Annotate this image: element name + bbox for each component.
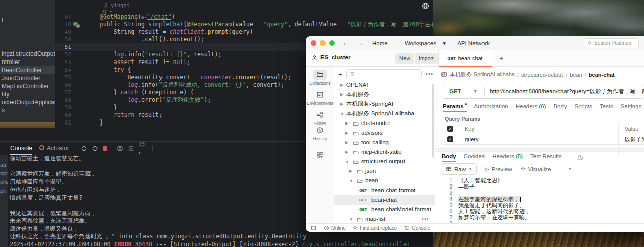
- project-tree-item[interactable]: ntroller: [0, 58, 56, 66]
- tree-request-bean-chat[interactable]: GETbean-chat: [334, 195, 435, 205]
- tree-request-bean-chat-format[interactable]: GETbean-chat-format: [334, 186, 435, 195]
- back-arrow-icon[interactable]: ←: [342, 39, 349, 47]
- tree-collection-OPENAI[interactable]: ▶OPENAI: [334, 80, 435, 90]
- forward-arrow-icon[interactable]: →: [357, 39, 363, 47]
- chevron-down-icon[interactable]: ▼: [349, 215, 353, 223]
- globe-icon[interactable]: [422, 2, 429, 10]
- online-status[interactable]: Online: [324, 225, 346, 231]
- console-toggle[interactable]: Console: [404, 225, 430, 231]
- code-line[interactable]: 48public String simpleChat(@RequestParam…: [55, 21, 433, 28]
- response-history-icon[interactable]: [577, 155, 583, 161]
- import-button[interactable]: Import: [415, 53, 438, 64]
- sidebar-more-icon[interactable]: •••: [426, 71, 434, 78]
- chevron-down-icon[interactable]: ▼: [345, 157, 349, 167]
- minimize-traffic-light[interactable]: [320, 40, 326, 46]
- rerun-icon[interactable]: [80, 145, 87, 152]
- tab-console[interactable]: Console: [10, 142, 32, 155]
- more-vertical-icon[interactable]: ⋮: [150, 144, 156, 153]
- tree-folder-structured-output[interactable]: ▼structured-output: [334, 157, 435, 166]
- chevron-down-icon[interactable]: ▼: [340, 109, 344, 119]
- filter-input[interactable]: [346, 69, 422, 79]
- tab-authorization[interactable]: Authorization: [474, 103, 508, 112]
- visualize-button[interactable]: Visualize: [520, 166, 551, 172]
- menu-home[interactable]: Home: [372, 40, 388, 46]
- tree-collection-本机服务[interactable]: ▶本机服务: [334, 90, 435, 99]
- stop-icon[interactable]: [103, 144, 107, 153]
- pane-splitter[interactable]: [435, 148, 644, 152]
- chevron-down-icon[interactable]: ▼: [473, 89, 478, 94]
- rail-item-apis[interactable]: [306, 150, 334, 161]
- url-input[interactable]: http://localhost:8088/bean/chat?query=以影…: [490, 88, 644, 95]
- rail-item-flows[interactable]: Flows: [306, 110, 334, 126]
- tab-headers[interactable]: Headers (5): [492, 153, 523, 162]
- project-tree-item[interactable]: s: [0, 106, 56, 114]
- tree-folder-tool-calling[interactable]: ▶tool-calling: [334, 138, 435, 147]
- tab-body[interactable]: Body: [553, 103, 567, 112]
- chevron-right-icon[interactable]: ▶: [340, 90, 343, 99]
- new-button[interactable]: New: [395, 53, 414, 64]
- item-more-icon[interactable]: •••: [422, 214, 429, 223]
- chevron-right-icon[interactable]: ▶: [345, 118, 348, 128]
- sidebar-scrollbar[interactable]: [432, 84, 434, 157]
- breadcrumb-request[interactable]: bean-chat: [589, 72, 615, 78]
- breadcrumb-collection[interactable]: 本机服务-SpringAI-alibaba: [450, 71, 515, 78]
- menu-api-network[interactable]: API Network: [457, 40, 490, 46]
- chevron-right-icon[interactable]: ▶: [340, 99, 343, 109]
- tree-folder-advisors[interactable]: ▶advisors: [334, 128, 435, 138]
- project-tree-item[interactable]: JsonController: [0, 74, 56, 82]
- breadcrumb-folder[interactable]: structured-output: [521, 72, 563, 78]
- rail-item-history[interactable]: History: [306, 125, 334, 141]
- code-line[interactable]: 47@GetMapping(◉▾"/chat"): [55, 13, 433, 21]
- project-tree-item[interactable]: uctedOutputApplication: [0, 98, 56, 106]
- thread-dump-icon[interactable]: [117, 145, 123, 152]
- tab-params[interactable]: Params: [443, 103, 467, 112]
- tree-collection-本机服务-SpringAI-alibaba[interactable]: ▼本机服务-SpringAI-alibaba: [334, 109, 435, 118]
- tab-body[interactable]: Body: [442, 153, 456, 162]
- response-body[interactable]: 1《人工智能之思》2—影子34在数字星河的深处徘徊，5我是游走于代码间的影子。6…: [435, 176, 644, 223]
- tab-scripts[interactable]: Scripts: [575, 103, 592, 112]
- chevron-right-icon[interactable]: ▶: [345, 147, 348, 157]
- code-line[interactable]: 49 String result = chatClient.prompt(que…: [55, 28, 433, 36]
- maximize-traffic-light[interactable]: [329, 40, 335, 46]
- param-key-cell[interactable]: query: [459, 134, 619, 144]
- row-checkbox[interactable]: ✓: [447, 136, 453, 142]
- tab-test-results[interactable]: Test Results: [530, 153, 562, 162]
- tab-headers[interactable]: Headers (6): [516, 103, 546, 112]
- gc-gauge-icon[interactable]: ▾: [139, 141, 145, 156]
- tree-request-bean-chatModel-format[interactable]: GETbean-chatModel-format: [334, 205, 435, 214]
- tree-folder-mcp-client-stdio[interactable]: ▶mcp-client-stdio: [334, 147, 435, 157]
- project-tree-panel[interactable]: t ingzi.structedOutputntrollerBeanContro…: [0, 0, 56, 128]
- project-tree-item[interactable]: ingzi.structedOutput: [0, 50, 56, 58]
- project-tree-item[interactable]: MapListController: [0, 82, 56, 90]
- sidebar-toggle-icon[interactable]: [311, 225, 316, 231]
- close-traffic-light[interactable]: [311, 40, 316, 46]
- workspace-name[interactable]: ES_cluster: [312, 54, 350, 60]
- find-and-replace[interactable]: Find and replace: [353, 225, 397, 231]
- tab-actuator[interactable]: Actuator: [39, 142, 69, 155]
- chevron-down-icon[interactable]: ▼: [568, 167, 572, 171]
- breadcrumb-subfolder[interactable]: bean: [570, 72, 582, 78]
- scroll-to-end-icon[interactable]: [128, 145, 134, 152]
- rail-item-collections[interactable]: Collections: [306, 70, 334, 86]
- tab-cookies[interactable]: Cookies: [464, 153, 485, 162]
- select-all-checkbox[interactable]: ✓: [447, 126, 453, 132]
- project-tree-item[interactable]: tity: [0, 90, 56, 98]
- param-value-cell[interactable]: 以影子为作者，: [619, 134, 644, 144]
- menu-workspaces[interactable]: Workspaces ▾: [399, 40, 446, 46]
- chevron-right-icon[interactable]: ▶: [349, 166, 352, 176]
- request-tab[interactable]: GET bean-chat: [438, 50, 492, 67]
- raw-format-select[interactable]: Raw ▼: [442, 163, 477, 175]
- tree-folder-bean[interactable]: ▼bean: [334, 176, 435, 186]
- add-collection-icon[interactable]: +: [338, 71, 342, 78]
- tree-collection-本机服务-SpringAI[interactable]: ▶本机服务-SpringAI: [334, 99, 435, 109]
- chevron-right-icon[interactable]: ▶: [345, 128, 348, 138]
- chevron-down-icon[interactable]: ▼: [349, 176, 353, 186]
- search-input[interactable]: Search Postman: [584, 38, 639, 48]
- preview-button[interactable]: ▷Preview: [485, 166, 512, 172]
- tree-folder-json[interactable]: ▶json: [334, 166, 435, 176]
- chevron-right-icon[interactable]: ▶: [345, 138, 348, 147]
- tree-folder-map-list[interactable]: ▼map-list•••: [334, 214, 435, 223]
- rail-item-environments[interactable]: Environments: [306, 90, 334, 106]
- tab-tests[interactable]: Tests: [600, 103, 613, 112]
- method-select[interactable]: GET: [449, 88, 461, 94]
